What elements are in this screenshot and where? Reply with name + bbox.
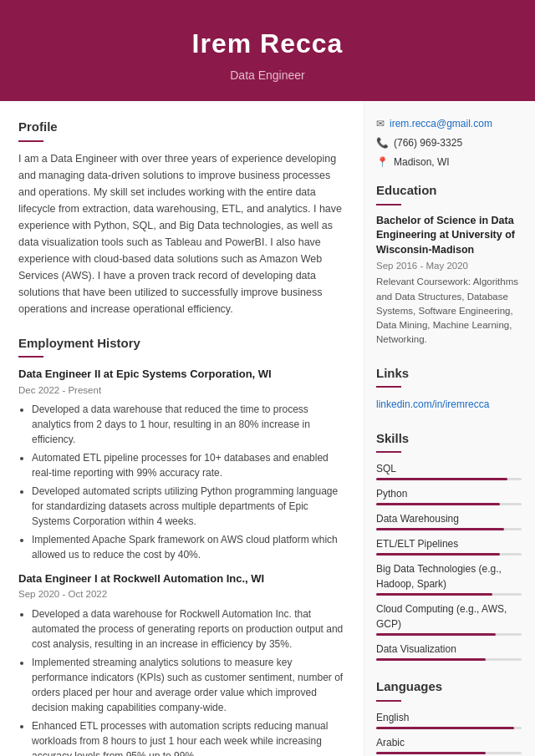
- candidate-name: Irem Recca: [17, 23, 518, 63]
- skill-item: Python: [376, 486, 522, 505]
- language-bar-bg: [376, 752, 522, 754]
- skill-item: ETL/ELT Pipelines: [376, 536, 522, 556]
- location-text: Madison, WI: [394, 155, 450, 170]
- skill-item: SQL: [376, 461, 522, 480]
- links-container: linkedin.com/in/iremrecca: [376, 396, 522, 413]
- skill-bar-bg: [376, 633, 522, 636]
- skill-item: Cloud Computing (e.g., AWS, GCP): [376, 601, 522, 636]
- location-icon: 📍: [376, 155, 389, 170]
- languages-container: EnglishArabic: [376, 710, 522, 754]
- skills-title: Skills: [376, 429, 522, 449]
- skills-divider: [376, 451, 401, 453]
- language-item: English: [376, 710, 522, 729]
- link-item[interactable]: linkedin.com/in/iremrecca: [376, 398, 489, 410]
- skills-container: SQLPythonData WarehousingETL/ELT Pipelin…: [376, 461, 522, 661]
- contact-phone: 📞 (766) 969-3325: [376, 135, 522, 150]
- body-layout: Profile I am a Data Engineer with over t…: [0, 101, 535, 756]
- languages-title: Languages: [376, 677, 522, 697]
- language-bar-fill: [376, 752, 486, 754]
- edu-date: Sep 2016 - May 2020: [376, 259, 522, 273]
- languages-section: Languages EnglishArabic: [376, 677, 522, 754]
- list-item: Developed a data warehouse for Rockwell …: [32, 606, 347, 652]
- job-item: Data Engineer I at Rockwell Automation I…: [18, 571, 347, 756]
- employment-divider: [18, 356, 43, 358]
- skills-section: Skills SQLPythonData WarehousingETL/ELT …: [376, 429, 522, 662]
- skill-label: Data Visualization: [376, 642, 522, 657]
- list-item: Automated ETL pipeline processes for 10+…: [32, 450, 347, 480]
- job-title: Data Engineer I at Rockwell Automation I…: [18, 571, 347, 587]
- skill-bar-bg: [376, 553, 522, 556]
- skill-bar-fill: [376, 658, 486, 661]
- email-icon: ✉: [376, 116, 385, 131]
- job-item: Data Engineer II at Epic Systems Corpora…: [18, 366, 347, 562]
- language-item: Arabic: [376, 735, 522, 754]
- resume-wrapper: Irem Recca Data Engineer Profile I am a …: [0, 0, 535, 756]
- skill-label: Data Warehousing: [376, 511, 522, 526]
- links-title: Links: [376, 364, 522, 383]
- list-item: Developed automated scripts utilizing Py…: [32, 484, 347, 529]
- skill-item: Big Data Technologies (e.g., Hadoop, Spa…: [376, 561, 522, 596]
- skill-bar-bg: [376, 528, 522, 530]
- left-column: Profile I am a Data Engineer with over t…: [0, 101, 364, 756]
- job-title: Data Engineer II at Epic Systems Corpora…: [18, 366, 347, 383]
- contact-section: ✉ irem.recca@gmail.com 📞 (766) 969-3325 …: [376, 116, 522, 170]
- profile-text: I am a Data Engineer with over three yea…: [18, 150, 347, 317]
- job-date: Sep 2020 - Oct 2022: [18, 587, 347, 601]
- skill-bar-fill: [376, 528, 504, 530]
- profile-title: Profile: [18, 118, 347, 137]
- phone-icon: 📞: [376, 135, 389, 150]
- skill-item: Data Warehousing: [376, 511, 522, 530]
- contact-email[interactable]: ✉ irem.recca@gmail.com: [376, 116, 522, 131]
- employment-title: Employment History: [18, 334, 347, 353]
- languages-divider: [376, 700, 401, 702]
- job-bullets: Developed a data warehouse that reduced …: [18, 402, 347, 562]
- email-link[interactable]: irem.recca@gmail.com: [390, 116, 492, 131]
- skill-label: ETL/ELT Pipelines: [376, 536, 522, 551]
- right-column: ✉ irem.recca@gmail.com 📞 (766) 969-3325 …: [364, 101, 535, 756]
- skill-bar-fill: [376, 633, 496, 636]
- candidate-subtitle: Data Engineer: [17, 67, 518, 84]
- language-bar-bg: [376, 727, 522, 729]
- list-item: Developed a data warehouse that reduced …: [32, 402, 347, 447]
- profile-section: Profile I am a Data Engineer with over t…: [18, 118, 347, 317]
- education-title: Education: [376, 181, 522, 200]
- job-date: Dec 2022 - Present: [18, 383, 347, 398]
- employment-section: Employment History Data Engineer II at E…: [18, 334, 347, 757]
- links-divider: [376, 386, 401, 388]
- skill-label: Big Data Technologies (e.g., Hadoop, Spa…: [376, 561, 522, 591]
- skill-bar-bg: [376, 503, 522, 505]
- skill-bar-bg: [376, 478, 522, 480]
- list-item: Implemented streaming analytics solution…: [32, 655, 347, 715]
- header: Irem Recca Data Engineer: [0, 0, 535, 101]
- list-item: Implemented Apache Spark framework on AW…: [32, 532, 347, 562]
- jobs-container: Data Engineer II at Epic Systems Corpora…: [18, 366, 347, 756]
- skill-bar-bg: [376, 658, 522, 661]
- links-section: Links linkedin.com/in/iremrecca: [376, 364, 522, 413]
- edu-courses: Relevant Coursework: Algorithms and Data…: [376, 275, 522, 347]
- skill-bar-bg: [376, 593, 522, 596]
- skill-label: SQL: [376, 461, 522, 476]
- skill-bar-fill: [376, 593, 492, 596]
- phone-text: (766) 969-3325: [394, 135, 462, 150]
- contact-location: 📍 Madison, WI: [376, 155, 522, 170]
- skill-label: Python: [376, 486, 522, 501]
- skill-label: Cloud Computing (e.g., AWS, GCP): [376, 601, 522, 632]
- job-bullets: Developed a data warehouse for Rockwell …: [18, 606, 347, 757]
- education-divider: [376, 204, 401, 205]
- skill-item: Data Visualization: [376, 642, 522, 661]
- edu-degree: Bachelor of Science in Data Engineering …: [376, 214, 522, 258]
- list-item: Enhanced ETL processes with automation s…: [32, 718, 347, 757]
- language-label: English: [376, 710, 522, 725]
- language-label: Arabic: [376, 735, 522, 750]
- language-bar-fill: [376, 727, 514, 729]
- skill-bar-fill: [376, 478, 507, 480]
- skill-bar-fill: [376, 553, 500, 556]
- profile-divider: [18, 140, 43, 142]
- education-section: Education Bachelor of Science in Data En…: [376, 181, 522, 348]
- skill-bar-fill: [376, 503, 500, 505]
